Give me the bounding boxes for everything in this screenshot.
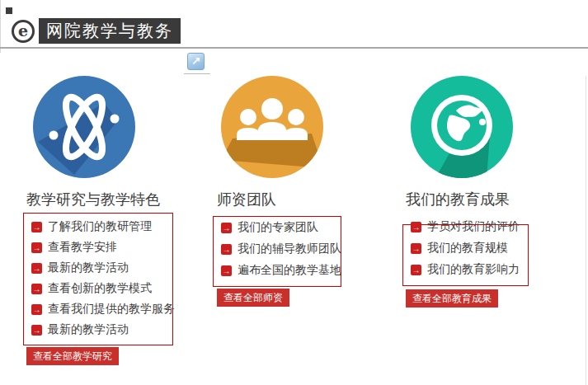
link-item[interactable]: → 查看教学安排 — [31, 240, 166, 255]
arrow-icon: → — [31, 325, 42, 336]
column-title-faculty-team: 师资团队 — [217, 190, 276, 209]
link-label: 我们的辅导教师团队 — [238, 242, 341, 256]
view-all-teaching-research-button[interactable]: 查看全部教学研究 — [26, 347, 119, 365]
link-item[interactable]: → 最新的教学活动 — [31, 322, 166, 337]
header-divider — [0, 47, 588, 49]
link-item[interactable]: → 遍布全国的教学基地 — [221, 263, 334, 278]
link-item[interactable]: → 学员对我们的评价 — [411, 219, 521, 234]
link-label: 我们的专家团队 — [238, 220, 318, 235]
arrow-icon: → — [31, 304, 42, 315]
open-in-new-window-icon[interactable]: ↗ — [187, 53, 205, 70]
link-label: 最新的教学活动 — [48, 322, 129, 337]
link-item[interactable]: → 我们的专家团队 — [221, 220, 334, 235]
popout-arrow-glyph: ↗ — [191, 55, 201, 67]
page: e 网院教学与教务 ↗ — [0, 0, 588, 385]
link-label: 查看创新的教学模式 — [48, 281, 152, 296]
browser-e-icon: e — [12, 20, 35, 43]
link-box-faculty-team: → 我们的专家团队 → 我们的辅导教师团队 → 遍布全国的教学基地 — [213, 216, 341, 287]
link-item[interactable]: → 最新的教学活动 — [31, 261, 166, 275]
link-item[interactable]: → 我们的教育影响力 — [411, 262, 521, 277]
browser-e-letter: e — [18, 23, 28, 39]
arrow-icon: → — [221, 244, 232, 255]
arrow-icon: → — [411, 222, 421, 232]
link-item[interactable]: → 我们的辅导教师团队 — [221, 242, 334, 256]
link-label: 学员对我们的评价 — [427, 219, 520, 234]
link-item[interactable]: → 我们的教育规模 — [411, 241, 521, 256]
left-edge-line — [0, 0, 1, 53]
atom-icon[interactable] — [33, 76, 135, 178]
link-label: 查看我们提供的教学服务 — [48, 302, 175, 317]
link-box-education-results: → 学员对我们的评价 → 我们的教育规模 → 我们的教育影响力 — [402, 224, 529, 286]
link-box-teaching-research: → 了解我们的教研管理 → 查看教学安排 → 最新的教学活动 → 查看创新的教学… — [23, 213, 173, 345]
view-all-education-results-button[interactable]: 查看全部教育成果 — [406, 289, 498, 308]
column-title-teaching-research: 教学研究与教学特色 — [26, 190, 160, 209]
link-label: 遍布全国的教学基地 — [238, 263, 341, 278]
link-item[interactable]: → 查看创新的教学模式 — [31, 281, 166, 296]
arrow-icon: → — [411, 265, 421, 275]
right-edge-line — [586, 76, 586, 385]
link-label: 我们的教育规模 — [427, 241, 508, 256]
link-label: 了解我们的教研管理 — [48, 219, 152, 234]
arrow-icon: → — [31, 242, 42, 253]
link-label: 查看教学安排 — [48, 240, 117, 255]
arrow-icon: → — [411, 243, 421, 254]
link-label: 我们的教育影响力 — [427, 262, 520, 277]
page-title: 网院教学与教务 — [39, 18, 181, 44]
view-all-faculty-button[interactable]: 查看全部师资 — [217, 289, 289, 307]
link-item[interactable]: → 查看我们提供的教学服务 — [31, 302, 166, 317]
globe-icon[interactable] — [411, 76, 513, 178]
arrow-icon: → — [221, 223, 232, 233]
link-label: 最新的教学活动 — [48, 261, 129, 275]
arrow-icon: → — [31, 263, 42, 274]
corner-square — [6, 7, 12, 14]
arrow-icon: → — [221, 265, 232, 276]
arrow-icon: → — [31, 284, 42, 294]
people-icon[interactable] — [221, 76, 323, 178]
popout-underline — [184, 73, 210, 74]
arrow-icon: → — [31, 222, 42, 232]
column-title-education-results: 我们的教育成果 — [406, 190, 510, 209]
link-item[interactable]: → 了解我们的教研管理 — [31, 219, 166, 234]
